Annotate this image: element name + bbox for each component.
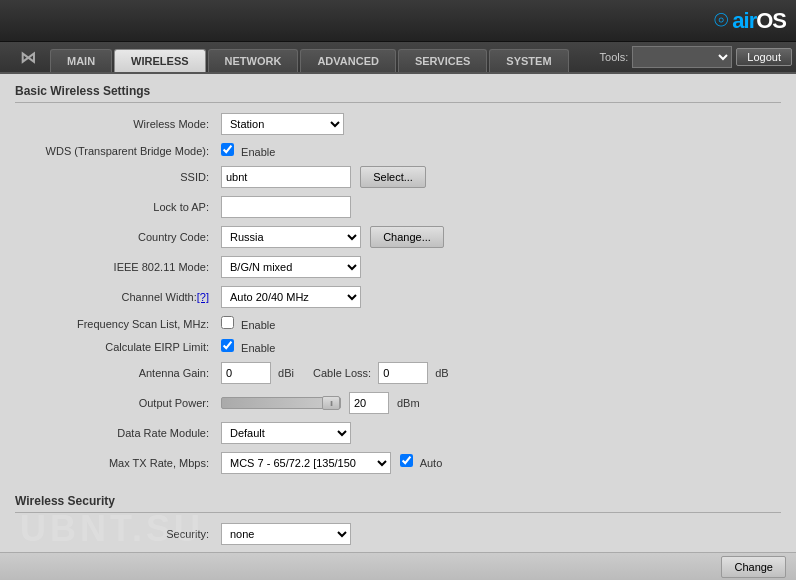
- change-button[interactable]: Change: [721, 556, 786, 578]
- nav-tab-network[interactable]: NETWORK: [208, 49, 299, 72]
- antenna-gain-unit: dBi: [278, 367, 294, 379]
- main-content: Basic Wireless Settings Wireless Mode: S…: [0, 74, 796, 580]
- wireless-mode-select[interactable]: Station Access Point Access Point WDS St…: [221, 113, 344, 135]
- cable-loss-unit: dB: [435, 367, 448, 379]
- freq-scan-checkbox-label[interactable]: Enable: [221, 319, 275, 331]
- channel-width-value-cell: Auto 20/40 MHz 20 MHz 40 MHz: [215, 282, 781, 312]
- cable-loss-input[interactable]: [378, 362, 428, 384]
- country-change-button[interactable]: Change...: [370, 226, 444, 248]
- nav-tab-system[interactable]: SYSTEM: [489, 49, 568, 72]
- output-power-row: Output Power: dBm: [15, 388, 781, 418]
- freq-scan-checkbox[interactable]: [221, 316, 234, 329]
- nav-tab-main[interactable]: MAIN: [50, 49, 112, 72]
- nav-tab-icon[interactable]: ⋈: [8, 43, 48, 72]
- antenna-gain-label: Antenna Gain:: [15, 358, 215, 388]
- bottom-bar: Change: [0, 552, 796, 580]
- country-code-label: Country Code:: [15, 222, 215, 252]
- freq-scan-row: Frequency Scan List, MHz: Enable: [15, 312, 781, 335]
- output-power-label: Output Power:: [15, 388, 215, 418]
- ieee-mode-value-cell: B/G/N mixed A/N mixed N only: [215, 252, 781, 282]
- ieee-mode-label: IEEE 802.11 Mode:: [15, 252, 215, 282]
- logout-button[interactable]: Logout: [736, 48, 792, 66]
- calc-eirp-checkbox-label[interactable]: Enable: [221, 342, 275, 354]
- ssid-value-cell: Select...: [215, 162, 781, 192]
- nav-tab-wireless[interactable]: WIRELESS: [114, 49, 205, 72]
- security-value-cell: none WEP WPA WPA2: [215, 519, 781, 549]
- antenna-gain-value-cell: dBi Cable Loss: dB: [215, 358, 781, 388]
- wireless-mode-value-cell: Station Access Point Access Point WDS St…: [215, 109, 781, 139]
- channel-width-row: Channel Width:[?] Auto 20/40 MHz 20 MHz …: [15, 282, 781, 312]
- antenna-gain-input[interactable]: [221, 362, 271, 384]
- max-tx-auto-label[interactable]: Auto: [400, 457, 442, 469]
- max-tx-select[interactable]: MCS 7 - 65/72.2 [135/150: [221, 452, 391, 474]
- max-tx-value-cell: MCS 7 - 65/72.2 [135/150 Auto: [215, 448, 781, 478]
- basic-wireless-form: Wireless Mode: Station Access Point Acce…: [15, 109, 781, 478]
- tools-select[interactable]: [632, 46, 732, 68]
- max-tx-label: Max TX Rate, Mbps:: [15, 448, 215, 478]
- output-power-slider-handle[interactable]: [322, 396, 340, 410]
- max-tx-row: Max TX Rate, Mbps: MCS 7 - 65/72.2 [135/…: [15, 448, 781, 478]
- channel-width-help[interactable]: [?]: [197, 291, 209, 303]
- freq-scan-label: Frequency Scan List, MHz:: [15, 312, 215, 335]
- data-rate-row: Data Rate Module: Default Fixed Auto: [15, 418, 781, 448]
- watermark: UBNT.SU: [20, 508, 204, 550]
- lock-to-ap-row: Lock to AP:: [15, 192, 781, 222]
- calc-eirp-value-cell: Enable: [215, 335, 781, 358]
- nav-tab-services[interactable]: SERVICES: [398, 49, 487, 72]
- output-power-slider-track[interactable]: [221, 397, 341, 409]
- lock-to-ap-label: Lock to AP:: [15, 192, 215, 222]
- security-select[interactable]: none WEP WPA WPA2: [221, 523, 351, 545]
- lock-to-ap-value-cell: [215, 192, 781, 222]
- nav-tools: Tools: Logout: [600, 46, 796, 72]
- calc-eirp-enable-text: Enable: [241, 342, 275, 354]
- max-tx-auto-text: Auto: [420, 457, 443, 469]
- lock-to-ap-input[interactable]: [221, 196, 351, 218]
- ieee-mode-select[interactable]: B/G/N mixed A/N mixed N only: [221, 256, 361, 278]
- max-tx-auto-checkbox[interactable]: [400, 454, 413, 467]
- freq-scan-value-cell: Enable: [215, 312, 781, 335]
- logo-text: airOS: [732, 8, 786, 34]
- wds-row: WDS (Transparent Bridge Mode): Enable: [15, 139, 781, 162]
- country-code-value-cell: Russia United States Germany France Chan…: [215, 222, 781, 252]
- country-code-select[interactable]: Russia United States Germany France: [221, 226, 361, 248]
- freq-scan-enable-text: Enable: [241, 319, 275, 331]
- calc-eirp-label: Calculate EIRP Limit:: [15, 335, 215, 358]
- antenna-gain-row: Antenna Gain: dBi Cable Loss: dB: [15, 358, 781, 388]
- nav-tab-advanced[interactable]: ADVANCED: [300, 49, 396, 72]
- data-rate-value-cell: Default Fixed Auto: [215, 418, 781, 448]
- data-rate-label: Data Rate Module:: [15, 418, 215, 448]
- output-power-unit: dBm: [397, 397, 420, 409]
- wds-label: WDS (Transparent Bridge Mode):: [15, 139, 215, 162]
- nav-bar: ⋈ MAIN WIRELESS NETWORK ADVANCED SERVICE…: [0, 42, 796, 74]
- output-power-slider-container: dBm: [221, 392, 775, 414]
- wds-value-cell: Enable: [215, 139, 781, 162]
- logo-air: air: [732, 8, 756, 33]
- ssid-row: SSID: Select...: [15, 162, 781, 192]
- country-code-row: Country Code: Russia United States Germa…: [15, 222, 781, 252]
- output-power-input[interactable]: [349, 392, 389, 414]
- logo-os: OS: [756, 8, 786, 33]
- ssid-input[interactable]: [221, 166, 351, 188]
- data-rate-select[interactable]: Default Fixed Auto: [221, 422, 351, 444]
- ieee-mode-row: IEEE 802.11 Mode: B/G/N mixed A/N mixed …: [15, 252, 781, 282]
- channel-width-label: Channel Width:[?]: [15, 282, 215, 312]
- wireless-mode-row: Wireless Mode: Station Access Point Acce…: [15, 109, 781, 139]
- basic-wireless-section-title: Basic Wireless Settings: [15, 84, 781, 103]
- wds-enable-text: Enable: [241, 146, 275, 158]
- channel-width-select[interactable]: Auto 20/40 MHz 20 MHz 40 MHz: [221, 286, 361, 308]
- tools-label: Tools:: [600, 51, 629, 63]
- wds-checkbox[interactable]: [221, 143, 234, 156]
- logo-icon: ⦾: [714, 10, 728, 31]
- wds-checkbox-label[interactable]: Enable: [221, 146, 275, 158]
- ssid-label: SSID:: [15, 162, 215, 192]
- wireless-mode-label: Wireless Mode:: [15, 109, 215, 139]
- logo: ⦾ airOS: [714, 8, 786, 34]
- cable-loss-label: Cable Loss:: [313, 367, 371, 379]
- header: ⦾ airOS: [0, 0, 796, 42]
- ssid-select-button[interactable]: Select...: [360, 166, 426, 188]
- output-power-value-cell: dBm: [215, 388, 781, 418]
- calc-eirp-checkbox[interactable]: [221, 339, 234, 352]
- calc-eirp-row: Calculate EIRP Limit: Enable: [15, 335, 781, 358]
